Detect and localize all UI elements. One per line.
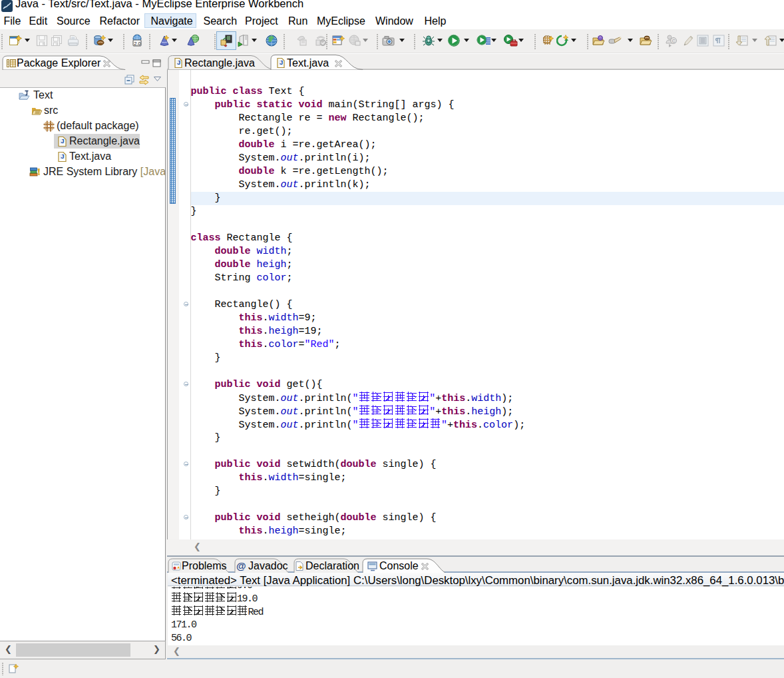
- svg-text:J: J: [61, 137, 64, 145]
- svg-text:2.0: 2.0: [134, 41, 140, 47]
- svg-text:J: J: [280, 59, 283, 66]
- svg-text:J: J: [177, 59, 180, 66]
- svg-text:C: C: [672, 39, 676, 43]
- svg-text:J: J: [61, 153, 64, 160]
